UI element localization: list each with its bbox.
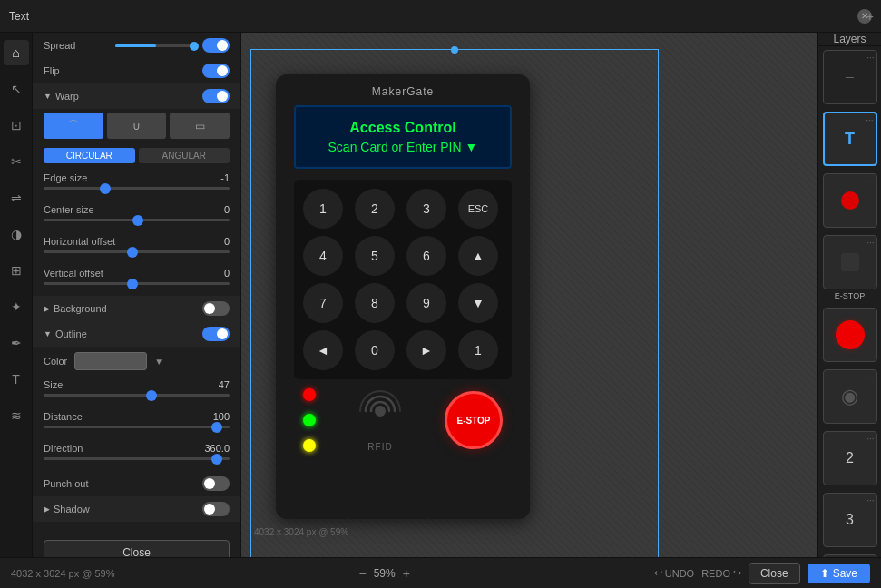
scissors-icon[interactable]: ✂ [4, 149, 29, 174]
spread-toggle[interactable] [202, 38, 230, 53]
key-9[interactable]: 9 [406, 283, 446, 323]
led-red [303, 388, 316, 401]
layer-dots-8[interactable]: ··· [866, 495, 874, 505]
shape-rect-btn[interactable]: ▭ [170, 113, 230, 139]
layer-dots-4[interactable]: ··· [866, 238, 874, 248]
bottom-bar-left: 4032 x 3024 px @ 59% [11, 568, 115, 579]
outline-section[interactable]: ▼ Outline [33, 321, 240, 347]
distance-slider[interactable] [44, 426, 230, 428]
undo-arrow-icon: ↩ [654, 567, 662, 579]
close-panel-button[interactable]: Close [44, 540, 230, 557]
makergate-device: MakerGate Access Control Scan Card or En… [276, 74, 530, 519]
layer-item-1[interactable]: — ··· [823, 50, 877, 104]
circular-tab[interactable]: CIRCULAR [44, 148, 135, 163]
center-size-slider[interactable] [44, 219, 230, 221]
layer-item-8[interactable]: 3 ··· [823, 493, 877, 547]
layer-item-7[interactable]: 2 ··· [823, 431, 877, 485]
shadow-toggle[interactable] [202, 502, 230, 516]
layer-item-2[interactable]: T ··· [823, 112, 877, 166]
layer-red-circle-thumb [836, 320, 865, 349]
flip-toggle[interactable] [202, 64, 230, 78]
horizontal-offset-slider[interactable] [44, 250, 230, 253]
zoom-out-button[interactable]: − [358, 566, 366, 581]
save-button[interactable]: ⬆ Save [808, 564, 870, 583]
lcd-screen: Access Control Scan Card or Enter PIN ▼ [294, 105, 512, 169]
text-icon[interactable]: T [4, 367, 29, 392]
layer-thumb-5 [824, 309, 876, 361]
estop-button[interactable]: E-STOP [445, 391, 503, 449]
undo-button[interactable]: ↩ UNDO [654, 567, 694, 579]
key-left[interactable]: ◄ [303, 330, 343, 370]
vertical-offset-slider[interactable] [44, 282, 230, 285]
top-bar: Text ✕ [0, 0, 881, 33]
warp-chevron: ▼ [44, 92, 52, 101]
center-size-value: 0 [224, 204, 230, 215]
outline-toggle[interactable] [202, 327, 230, 341]
effects-icon[interactable]: ≋ [4, 403, 29, 428]
pen-icon[interactable]: ✒ [4, 330, 29, 356]
color-icon[interactable]: ◑ [4, 221, 29, 247]
edge-size-slider[interactable] [44, 187, 230, 190]
right-panel: Layers + — ··· T ··· ··· [817, 33, 881, 557]
grid-icon[interactable]: ⊞ [4, 258, 29, 283]
key-up[interactable]: ▲ [458, 236, 498, 276]
layer-item-3[interactable]: ··· [823, 173, 877, 228]
direction-value: 360.0 [204, 443, 230, 454]
background-toggle[interactable] [202, 301, 230, 316]
spread-label: Spread [44, 40, 75, 51]
color-expand-icon[interactable]: ▼ [154, 357, 163, 367]
color-label: Color [44, 356, 67, 367]
crop-icon[interactable]: ⊡ [4, 113, 29, 138]
home-icon[interactable]: ⌂ [4, 40, 29, 65]
adjust-icon[interactable]: ⇌ [4, 185, 29, 211]
layer-item-6[interactable]: ◉ ··· [823, 369, 877, 424]
bottom-bar-center: − 59% + [358, 566, 409, 581]
layer-dots-1[interactable]: ··· [866, 53, 874, 63]
key-7[interactable]: 7 [303, 283, 343, 323]
layer-item-9[interactable]: 4 ··· [823, 554, 877, 557]
shadow-chevron: ▶ [44, 505, 50, 514]
redo-button[interactable]: REDO ↪ [701, 567, 741, 579]
punch-out-toggle[interactable] [202, 476, 230, 491]
layer-dots-6[interactable]: ··· [866, 372, 874, 382]
background-section[interactable]: ▶ Background [33, 296, 240, 321]
bottom-bar-right: ↩ UNDO REDO ↪ Close ⬆ Save [654, 563, 870, 584]
punch-out-row: Punch out [33, 471, 240, 496]
warp-toggle[interactable] [202, 89, 230, 103]
key-5[interactable]: 5 [355, 236, 395, 276]
warp-section[interactable]: ▼ Warp [33, 83, 240, 109]
shape-arch-btn[interactable]: ⌒ [44, 113, 103, 139]
key-2[interactable]: 2 [355, 189, 395, 229]
key-esc[interactable]: ESC [458, 189, 498, 229]
key-down[interactable]: ▼ [458, 283, 498, 323]
canvas-top-handle[interactable] [451, 46, 458, 54]
key-1[interactable]: 1 [303, 189, 343, 229]
distance-label: Distance [44, 411, 83, 422]
layer-dots-3[interactable]: ··· [866, 176, 874, 186]
rfid-label: RFID [367, 442, 392, 452]
magic-icon[interactable]: ✦ [4, 294, 29, 319]
size-slider[interactable] [44, 394, 230, 397]
key-right[interactable]: ► [406, 330, 446, 370]
key-4[interactable]: 4 [303, 236, 343, 276]
shape-wave-btn[interactable]: ∪ [107, 113, 167, 139]
key-8[interactable]: 8 [355, 283, 395, 323]
color-swatch[interactable] [74, 352, 147, 370]
led-green [303, 414, 316, 426]
layer-dots-2[interactable]: ··· [866, 115, 873, 125]
direction-slider[interactable] [44, 457, 230, 460]
key-6[interactable]: 6 [406, 236, 446, 276]
key-enter[interactable]: 1 [458, 330, 498, 370]
key-0[interactable]: 0 [355, 330, 395, 370]
layer-item-4[interactable]: ··· [823, 235, 877, 289]
angular-tab[interactable]: ANGULAR [139, 148, 230, 163]
zoom-in-button[interactable]: + [403, 566, 410, 581]
key-3[interactable]: 3 [406, 189, 446, 229]
shadow-section[interactable]: ▶ Shadow [33, 496, 240, 522]
close-button[interactable]: Close [749, 563, 800, 584]
layer-item-5[interactable] [823, 308, 877, 362]
canvas-dimensions-bottom: 4032 x 3024 px @ 59% [11, 568, 115, 579]
keypad: 1 2 3 ESC 4 5 6 ▲ 7 8 9 ▼ ◄ 0 ► 1 [294, 180, 512, 379]
cursor-icon[interactable]: ↖ [4, 76, 29, 102]
layer-dots-7[interactable]: ··· [866, 434, 874, 444]
